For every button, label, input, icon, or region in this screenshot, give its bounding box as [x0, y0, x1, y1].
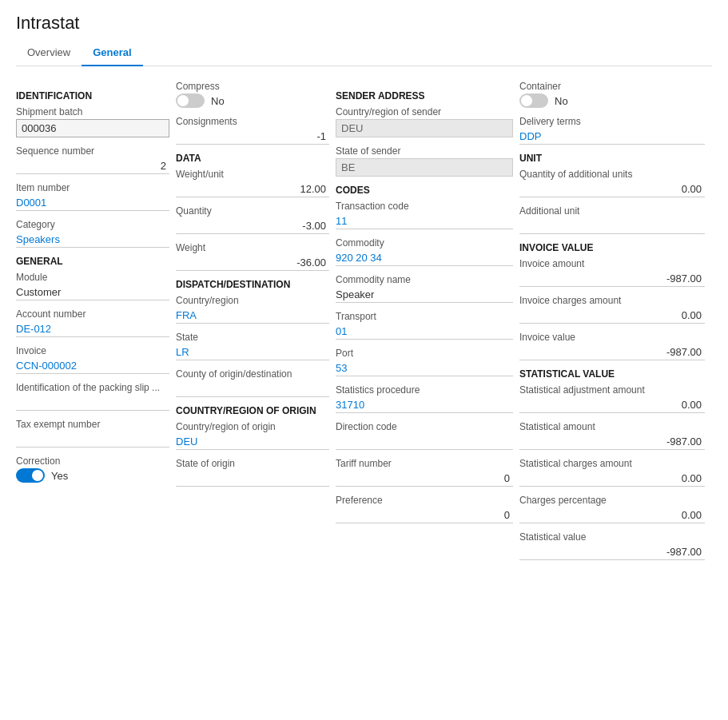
module-label: Module — [16, 272, 169, 283]
column-unit: Container No Delivery terms DDP UNIT Qua… — [519, 79, 711, 568]
packing-slip-field: Identification of the packing slip ... — [16, 382, 169, 411]
invoice-charges-field: Invoice charges amount 0.00 — [519, 295, 705, 324]
invoice-amount-value: -987.00 — [519, 271, 705, 287]
transport-value[interactable]: 01 — [336, 324, 513, 340]
country-region-value[interactable]: FRA — [176, 308, 329, 324]
stat-charges-value: 0.00 — [519, 471, 705, 487]
commodity-label: Commodity — [336, 237, 513, 249]
main-content: IDENTIFICATION Shipment batch 000036 Seq… — [16, 79, 712, 568]
port-value[interactable]: 53 — [336, 360, 513, 376]
module-field: Module Customer — [16, 272, 169, 300]
state-sender-label: State of sender — [336, 145, 513, 157]
state-value[interactable]: LR — [176, 344, 329, 360]
category-value[interactable]: Speakers — [16, 232, 169, 248]
identification-section-title: IDENTIFICATION — [16, 90, 169, 101]
stat-adjustment-label: Statistical adjustment amount — [519, 384, 705, 396]
state-origin-value — [176, 471, 329, 487]
statistics-procedure-label: Statistics procedure — [336, 384, 513, 396]
invoice-charges-value: 0.00 — [519, 308, 705, 324]
county-origin-label: County of origin/destination — [176, 368, 329, 380]
invoice-value-field: Invoice value -987.00 — [519, 332, 705, 360]
tab-overview[interactable]: Overview — [16, 42, 82, 66]
stat-amount-field: Statistical amount -987.00 — [519, 421, 705, 450]
item-number-value[interactable]: D0001 — [16, 195, 169, 211]
country-region-origin-value[interactable]: DEU — [176, 434, 329, 450]
correction-label: Correction — [16, 455, 169, 467]
column-data: Compress No Consignments -1 DATA Weight/… — [176, 79, 336, 568]
tariff-number-field: Tariff number 0 — [336, 458, 513, 487]
invoice-charges-label: Invoice charges amount — [519, 295, 705, 306]
item-number-field: Item number D0001 — [16, 182, 169, 211]
county-origin-field: County of origin/destination — [176, 368, 329, 397]
tab-bar: Overview General — [16, 42, 712, 66]
transaction-code-value[interactable]: 11 — [336, 213, 513, 229]
statistical-value-section-title: STATISTICAL VALUE — [519, 368, 705, 380]
transport-label: Transport — [336, 311, 513, 322]
stat-value-value: -987.00 — [519, 544, 705, 560]
transaction-code-label: Transaction code — [336, 201, 513, 212]
qty-additional-field: Quantity of additional units 0.00 — [519, 169, 705, 197]
direction-code-label: Direction code — [336, 421, 513, 432]
compress-label: Compress — [176, 81, 329, 92]
category-field: Category Speakers — [16, 219, 169, 248]
tariff-number-label: Tariff number — [336, 458, 513, 469]
shipment-batch-label: Shipment batch — [16, 106, 169, 117]
weight-unit-label: Weight/unit — [176, 169, 329, 180]
stat-value-label: Statistical value — [519, 531, 705, 543]
packing-slip-label: Identification of the packing slip ... — [16, 382, 169, 393]
stat-value-field: Statistical value -987.00 — [519, 531, 705, 560]
unit-section-title: UNIT — [519, 153, 705, 164]
sequence-number-field: Sequence number 2 — [16, 145, 169, 174]
quantity-field: Quantity -3.00 — [176, 205, 329, 234]
additional-unit-value — [519, 218, 705, 234]
country-region-label: Country/region — [176, 295, 329, 306]
commodity-value[interactable]: 920 20 34 — [336, 250, 513, 266]
quantity-label: Quantity — [176, 205, 329, 217]
statistics-procedure-value[interactable]: 31710 — [336, 397, 513, 413]
invoice-value[interactable]: CCN-000002 — [16, 358, 169, 374]
page-title: Intrastat — [16, 13, 712, 34]
direction-code-field: Direction code — [336, 421, 513, 450]
account-number-value[interactable]: DE-012 — [16, 321, 169, 337]
weight-value: -36.00 — [176, 255, 329, 271]
delivery-terms-label: Delivery terms — [519, 116, 705, 127]
stat-amount-value: -987.00 — [519, 434, 705, 450]
country-sender-field: Country/region of sender DEU — [336, 106, 513, 137]
sequence-number-label: Sequence number — [16, 145, 169, 157]
compress-toggle[interactable] — [176, 93, 205, 108]
quantity-value: -3.00 — [176, 218, 329, 234]
state-label: State — [176, 332, 329, 343]
column-identification: IDENTIFICATION Shipment batch 000036 Seq… — [16, 79, 176, 568]
account-number-label: Account number — [16, 308, 169, 320]
commodity-field: Commodity 920 20 34 — [336, 237, 513, 266]
general-section-title: GENERAL — [16, 256, 169, 267]
preference-label: Preference — [336, 495, 513, 506]
module-value: Customer — [16, 284, 169, 300]
statistics-procedure-field: Statistics procedure 31710 — [336, 384, 513, 413]
container-field: Container No — [519, 81, 705, 108]
stat-amount-label: Statistical amount — [519, 421, 705, 432]
packing-slip-value — [16, 395, 169, 411]
category-label: Category — [16, 219, 169, 230]
item-number-label: Item number — [16, 182, 169, 193]
tax-exempt-label: Tax exempt number — [16, 419, 169, 430]
codes-section-title: CODES — [336, 185, 513, 196]
country-sender-label: Country/region of sender — [336, 106, 513, 117]
commodity-name-value: Speaker — [336, 287, 513, 303]
container-toggle[interactable] — [519, 93, 548, 108]
correction-toggle[interactable] — [16, 468, 45, 483]
tab-general[interactable]: General — [82, 42, 142, 66]
port-field: Port 53 — [336, 348, 513, 376]
correction-toggle-row: Yes — [16, 468, 169, 483]
country-region-field: Country/region FRA — [176, 295, 329, 324]
country-region-origin-label: Country/region of origin — [176, 421, 329, 432]
container-toggle-row: No — [519, 93, 705, 108]
compress-field: Compress No — [176, 81, 329, 108]
weight-unit-value: 12.00 — [176, 181, 329, 197]
invoice-amount-label: Invoice amount — [519, 258, 705, 269]
shipment-batch-value[interactable]: 000036 — [16, 119, 169, 137]
column-sender: SENDER ADDRESS Country/region of sender … — [336, 79, 519, 568]
qty-additional-value: 0.00 — [519, 181, 705, 197]
delivery-terms-value[interactable]: DDP — [519, 129, 705, 145]
tax-exempt-value — [16, 432, 169, 448]
